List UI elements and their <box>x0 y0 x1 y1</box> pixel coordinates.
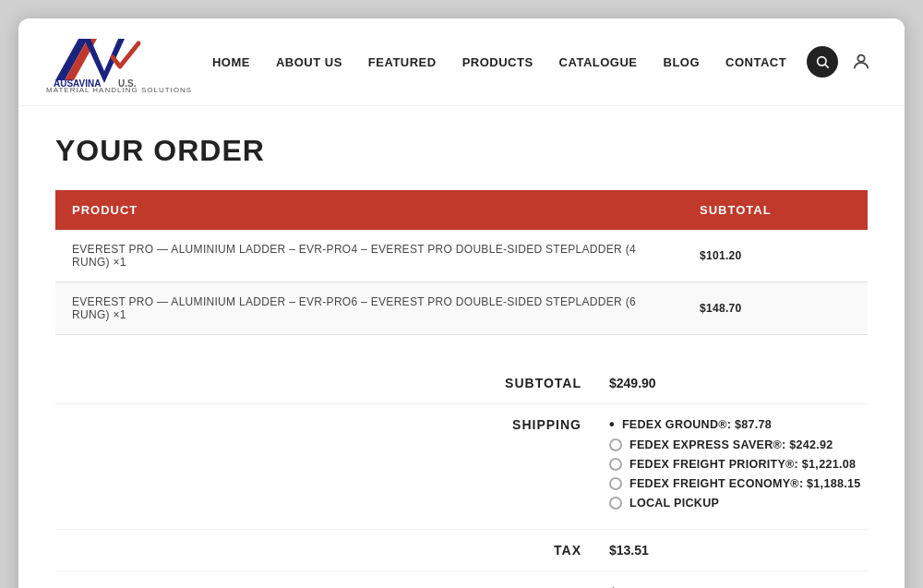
shipping-option-label: FEDEX GROUND®: $87.78 <box>622 418 772 431</box>
table-header-row: PRODUCT SUBTOTAL <box>55 190 868 230</box>
shipping-option[interactable]: FEDEX FREIGHT ECONOMY®: $1,188.15 <box>609 477 868 490</box>
svg-line-1 <box>825 65 829 68</box>
search-button[interactable] <box>807 46 838 78</box>
svg-point-2 <box>857 55 864 62</box>
shipping-option-label: FEDEX FREIGHT ECONOMY®: $1,188.15 <box>629 477 860 490</box>
product-cell: EVEREST PRO — ALUMINIUM LADDER – EVR-PRO… <box>55 230 683 282</box>
shipping-option-label: FEDEX FREIGHT PRIORITY®: $1,221.08 <box>629 458 856 471</box>
shipping-row: SHIPPING •FEDEX GROUND®: $87.78FEDEX EXP… <box>55 404 868 530</box>
radio-unselected <box>609 438 622 451</box>
bullet-selected: • <box>609 417 615 432</box>
shipping-option[interactable]: FEDEX FREIGHT PRIORITY®: $1,221.08 <box>609 458 868 471</box>
nav-catalogue[interactable]: CATALOGUE <box>559 55 638 69</box>
tax-row: TAX $13.51 <box>55 530 868 571</box>
svg-point-0 <box>818 57 826 66</box>
nav-featured[interactable]: FEATURED <box>368 55 437 69</box>
nav-products[interactable]: PRODUCTS <box>462 55 533 69</box>
subtotal-row: SUBTOTAL $249.90 <box>55 363 868 404</box>
header: AUSAVINA U.S. MATERIAL HANDLING SOLUTION… <box>18 18 905 106</box>
page-title: YOUR ORDER <box>55 134 868 168</box>
subtotal-cell: $101.20 <box>683 230 868 282</box>
radio-unselected <box>609 458 622 471</box>
nav-about-us[interactable]: ABOUT US <box>276 55 342 69</box>
order-table: PRODUCT SUBTOTAL EVEREST PRO — ALUMINIUM… <box>55 190 868 335</box>
shipping-option[interactable]: •FEDEX GROUND®: $87.78 <box>609 417 868 432</box>
nav-home[interactable]: HOME <box>212 55 250 69</box>
order-table-body: EVEREST PRO — ALUMINIUM LADDER – EVR-PRO… <box>55 230 868 335</box>
tax-label: TAX <box>498 543 609 558</box>
nav-contact[interactable]: CONTACT <box>725 55 786 69</box>
table-header-subtotal: SUBTOTAL <box>683 190 868 230</box>
header-actions <box>807 46 877 78</box>
subtotal-cell: $148.70 <box>683 282 868 335</box>
tax-value: $13.51 <box>609 543 868 558</box>
subtotal-value: $249.90 <box>609 376 868 390</box>
shipping-options-list: •FEDEX GROUND®: $87.78FEDEX EXPRESS SAVE… <box>609 417 868 516</box>
shipping-option-label: FEDEX EXPRESS SAVER®: $242.92 <box>629 438 833 451</box>
main-nav: HOME ABOUT US FEATURED PRODUCTS CATALOGU… <box>192 55 807 69</box>
radio-unselected <box>609 477 622 490</box>
logo-area: AUSAVINA U.S. MATERIAL HANDLING SOLUTION… <box>46 30 192 94</box>
table-row: EVEREST PRO — ALUMINIUM LADDER – EVR-PRO… <box>55 230 868 282</box>
table-header-product: PRODUCT <box>55 190 683 230</box>
shipping-label: SHIPPING <box>498 417 609 432</box>
table-row: EVEREST PRO — ALUMINIUM LADDER – EVR-PRO… <box>55 282 868 335</box>
shipping-option-label: LOCAL PICKUP <box>629 497 719 510</box>
search-icon <box>815 54 830 69</box>
total-value: $351.19 <box>609 584 868 588</box>
product-cell: EVEREST PRO — ALUMINIUM LADDER – EVR-PRO… <box>55 282 683 335</box>
user-icon <box>851 52 871 72</box>
shipping-option[interactable]: FEDEX EXPRESS SAVER®: $242.92 <box>609 438 868 451</box>
total-row: TOTAL $351.19 <box>55 571 868 588</box>
logo-svg: AUSAVINA U.S. <box>46 30 166 90</box>
radio-unselected <box>609 497 622 510</box>
nav-blog[interactable]: BLOG <box>664 55 701 69</box>
logo-tagline: MATERIAL HANDLING SOLUTIONS <box>46 86 192 94</box>
total-label: TOTAL <box>498 584 609 588</box>
shipping-option[interactable]: LOCAL PICKUP <box>609 497 868 510</box>
totals-section: SUBTOTAL $249.90 SHIPPING •FEDEX GROUND®… <box>55 363 868 588</box>
subtotal-label: SUBTOTAL <box>498 376 609 390</box>
page-wrapper: AUSAVINA U.S. MATERIAL HANDLING SOLUTION… <box>18 18 905 588</box>
user-account-button[interactable] <box>845 46 877 78</box>
main-content: YOUR ORDER PRODUCT SUBTOTAL EVEREST PRO … <box>18 106 905 588</box>
